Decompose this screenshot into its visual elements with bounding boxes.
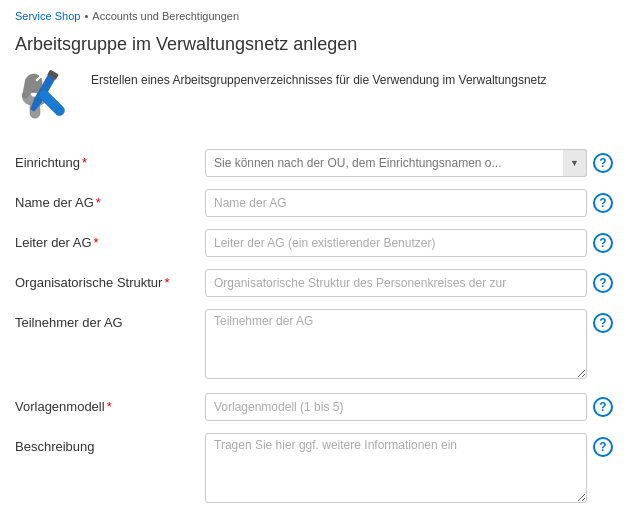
breadcrumb-service-shop[interactable]: Service Shop xyxy=(15,10,80,22)
help-beschreibung[interactable]: ? xyxy=(593,437,613,457)
field-beschreibung: Beschreibung ? xyxy=(15,433,613,503)
help-name-der-ag[interactable]: ? xyxy=(593,193,613,213)
help-einrichtung[interactable]: ? xyxy=(593,153,613,173)
control-einrichtung: ▼ ? xyxy=(205,149,613,177)
field-einrichtung: Einrichtung* ▼ ? xyxy=(15,149,613,177)
input-leiter-der-ag[interactable] xyxy=(205,229,587,257)
help-teilnehmer-der-ag[interactable]: ? xyxy=(593,313,613,333)
label-beschreibung: Beschreibung xyxy=(15,433,205,454)
description-text: Erstellen eines Arbeitsgruppenverzeichni… xyxy=(91,67,547,89)
input-organisatorische-struktur[interactable] xyxy=(205,269,587,297)
description-block: Erstellen eines Arbeitsgruppenverzeichni… xyxy=(0,67,628,149)
select-einrichtung-wrapper: ▼ xyxy=(205,149,587,177)
textarea-beschreibung[interactable] xyxy=(205,433,587,503)
breadcrumb-separator: • xyxy=(84,10,88,22)
field-teilnehmer-der-ag: Teilnehmer der AG ? xyxy=(15,309,613,379)
form: Einrichtung* ▼ ? Name der AG* ? Leiter d… xyxy=(0,149,628,503)
control-teilnehmer-der-ag: ? xyxy=(205,309,613,379)
field-name-der-ag: Name der AG* ? xyxy=(15,189,613,217)
textarea-teilnehmer-der-ag[interactable] xyxy=(205,309,587,379)
label-teilnehmer-der-ag: Teilnehmer der AG xyxy=(15,309,205,330)
control-vorlagenmodell: ? xyxy=(205,393,613,421)
label-leiter-der-ag: Leiter der AG* xyxy=(15,229,205,250)
control-beschreibung: ? xyxy=(205,433,613,503)
label-vorlagenmodell: Vorlagenmodell* xyxy=(15,393,205,414)
required-star: * xyxy=(82,155,87,170)
label-name-der-ag: Name der AG* xyxy=(15,189,205,210)
field-vorlagenmodell: Vorlagenmodell* ? xyxy=(15,393,613,421)
input-name-der-ag[interactable] xyxy=(205,189,587,217)
input-vorlagenmodell[interactable] xyxy=(205,393,587,421)
svg-point-3 xyxy=(56,108,62,114)
control-organisatorische-struktur: ? xyxy=(205,269,613,297)
help-organisatorische-struktur[interactable]: ? xyxy=(593,273,613,293)
control-leiter-der-ag: ? xyxy=(205,229,613,257)
select-arrow-einrichtung[interactable]: ▼ xyxy=(563,149,587,177)
page-title: Arbeitsgruppe im Verwaltungsnetz anlegen xyxy=(0,28,628,67)
help-leiter-der-ag[interactable]: ? xyxy=(593,233,613,253)
select-einrichtung[interactable] xyxy=(205,149,587,177)
control-name-der-ag: ? xyxy=(205,189,613,217)
field-organisatorische-struktur: Organisatorische Struktur* ? xyxy=(15,269,613,297)
tools-icon xyxy=(15,67,79,131)
breadcrumb: Service Shop • Accounts und Berechtigung… xyxy=(0,0,628,28)
label-einrichtung: Einrichtung* xyxy=(15,149,205,170)
help-vorlagenmodell[interactable]: ? xyxy=(593,397,613,417)
label-organisatorische-struktur: Organisatorische Struktur* xyxy=(15,269,205,290)
field-leiter-der-ag: Leiter der AG* ? xyxy=(15,229,613,257)
breadcrumb-accounts: Accounts und Berechtigungen xyxy=(92,10,239,22)
